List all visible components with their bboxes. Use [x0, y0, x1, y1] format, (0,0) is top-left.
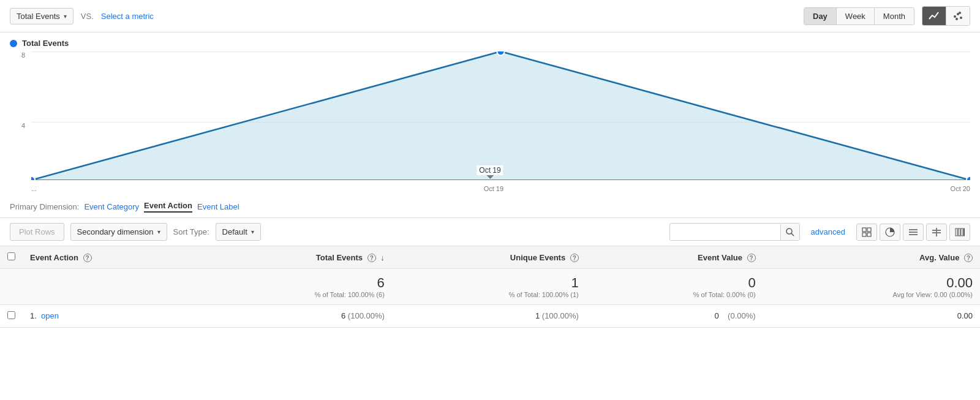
- search-button[interactable]: [780, 224, 799, 240]
- row-event-value-cell: 0 (0.00%): [586, 305, 763, 328]
- legend-label: Total Events: [22, 39, 69, 48]
- row-checkbox[interactable]: [7, 311, 15, 319]
- toolbar: Total Events ▾ VS. Select a metric Day W…: [0, 0, 980, 32]
- avg-value-help-icon[interactable]: ?: [964, 254, 973, 262]
- chart-svg: [31, 51, 970, 180]
- table-row: 1. open 6 (100.00%) 1 (100.00%) 0 (0.00%…: [0, 305, 980, 328]
- total-unique-sub: % of Total: 100.00% (1): [399, 291, 579, 298]
- day-button[interactable]: Day: [804, 8, 837, 25]
- header-event-value-label: Event Value: [698, 253, 742, 262]
- secondary-dimension-dropdown[interactable]: Secondary dimension ▾: [70, 223, 167, 241]
- select-all-checkbox[interactable]: [7, 252, 15, 260]
- scatter-chart-icon: [952, 10, 963, 21]
- y-label-4: 4: [10, 122, 25, 129]
- table-header-row: Event Action ? Total Events ? ↓ Unique E…: [0, 246, 980, 269]
- total-avg-sub: Avg for View: 0.00 (0.00%): [771, 291, 973, 298]
- svg-rect-20: [956, 228, 957, 236]
- view-buttons: [856, 224, 970, 241]
- event-action-active[interactable]: Event Action: [144, 201, 192, 213]
- period-selector: Day Week Month: [804, 7, 914, 25]
- search-icon: [786, 228, 794, 236]
- svg-line-6: [791, 233, 794, 236]
- metric-label: Total Events: [17, 12, 60, 21]
- total-event-value-sub: % of Total: 0.00% (0): [594, 291, 756, 298]
- y-label-8: 8: [10, 51, 25, 59]
- grid-view-icon: [862, 227, 872, 237]
- chart-fill: [31, 51, 970, 180]
- header-total-events: Total Events ? ↓: [198, 246, 392, 269]
- svg-point-4: [959, 12, 961, 14]
- row-unique-events-cell: 1 (100.00%): [392, 305, 586, 328]
- event-action-help-icon[interactable]: ?: [83, 254, 92, 262]
- chart-point-end: [967, 176, 970, 180]
- compare-view-button[interactable]: [926, 224, 947, 241]
- event-label-link[interactable]: Event Label: [197, 202, 239, 211]
- svg-point-5: [786, 228, 792, 234]
- line-chart-button[interactable]: [922, 7, 946, 25]
- svg-rect-7: [862, 228, 866, 232]
- row-avg-value-cell: 0.00: [763, 305, 980, 328]
- sparkline-view-icon: [955, 227, 965, 237]
- chart-legend: Total Events: [10, 39, 970, 48]
- svg-rect-9: [862, 233, 866, 236]
- x-label-start: ...: [31, 185, 37, 192]
- metric-dropdown-arrow: ▾: [64, 13, 67, 20]
- primary-dimension-label: Primary Dimension:: [10, 202, 79, 211]
- vs-label: VS.: [81, 12, 94, 21]
- row-total-events-cell: 6 (100.00%): [198, 305, 392, 328]
- advanced-link[interactable]: advanced: [811, 227, 845, 236]
- header-event-value: Event Value ?: [586, 246, 763, 269]
- row-action-link[interactable]: open: [41, 311, 59, 320]
- svg-rect-10: [867, 233, 871, 236]
- grid-view-button[interactable]: [856, 224, 877, 241]
- total-events-sort-arrow[interactable]: ↓: [380, 253, 385, 262]
- compare-view-icon: [932, 227, 941, 237]
- primary-dimension-bar: Primary Dimension: Event Category Event …: [0, 192, 980, 217]
- select-metric-link[interactable]: Select a metric: [101, 12, 154, 21]
- metric-dropdown[interactable]: Total Events ▾: [10, 8, 74, 25]
- total-event-value: 0: [594, 275, 756, 291]
- table-total-row: 6 % of Total: 100.00% (6) 1 % of Total: …: [0, 269, 980, 305]
- week-button[interactable]: Week: [837, 8, 875, 25]
- sort-default-arrow: ▾: [251, 228, 254, 235]
- total-events-help-icon[interactable]: ?: [368, 254, 376, 262]
- chart-wrapper: 8 4 Oct 19 .: [10, 51, 970, 192]
- scatter-chart-button[interactable]: [946, 7, 970, 25]
- plot-rows-button[interactable]: Plot Rows: [10, 223, 64, 241]
- row-unique-events-pct: (100.00%): [542, 311, 579, 320]
- chart-svg-area: [31, 51, 970, 180]
- search-input[interactable]: [670, 224, 780, 240]
- header-unique-events: Unique Events ?: [392, 246, 586, 269]
- total-events-sub: % of Total: 100.00% (6): [205, 291, 385, 298]
- total-avg-cell: 0.00 Avg for View: 0.00 (0.00%): [763, 269, 980, 305]
- chart-x-axis: ... Oct 19 Oct 20: [31, 185, 970, 192]
- row-event-value-pct: (0.00%): [728, 311, 756, 320]
- row-total-events-value: 6: [341, 311, 345, 320]
- data-table: Event Action ? Total Events ? ↓ Unique E…: [0, 246, 980, 328]
- chart-container: Total Events 8 4 O: [0, 32, 980, 192]
- list-view-button[interactable]: [903, 224, 924, 241]
- event-category-link[interactable]: Event Category: [84, 202, 139, 211]
- header-avg-value: Avg. Value ?: [763, 246, 980, 269]
- svg-point-3: [956, 18, 958, 20]
- total-action-cell: [23, 269, 198, 305]
- sparkline-view-button[interactable]: [949, 224, 970, 241]
- svg-rect-21: [959, 228, 960, 236]
- event-value-help-icon[interactable]: ?: [747, 254, 756, 262]
- unique-events-help-icon[interactable]: ?: [570, 254, 579, 262]
- row-avg-value: 0.00: [957, 311, 973, 320]
- x-label-end: Oct 20: [951, 185, 970, 192]
- svg-rect-22: [961, 228, 963, 236]
- month-button[interactable]: Month: [875, 8, 914, 25]
- sort-type-dropdown[interactable]: Default ▾: [216, 223, 261, 241]
- header-avg-value-label: Avg. Value: [919, 253, 959, 262]
- sort-default-label: Default: [222, 227, 247, 236]
- total-check-cell: [0, 269, 23, 305]
- toolbar-right: Day Week Month: [804, 6, 970, 26]
- chart-y-axis: 8 4: [10, 51, 28, 192]
- list-view-icon: [908, 227, 918, 237]
- search-box: [669, 223, 800, 241]
- total-unique-value: 1: [399, 275, 579, 291]
- pie-view-button[interactable]: [880, 224, 900, 241]
- row-action-cell: 1. open: [23, 305, 198, 328]
